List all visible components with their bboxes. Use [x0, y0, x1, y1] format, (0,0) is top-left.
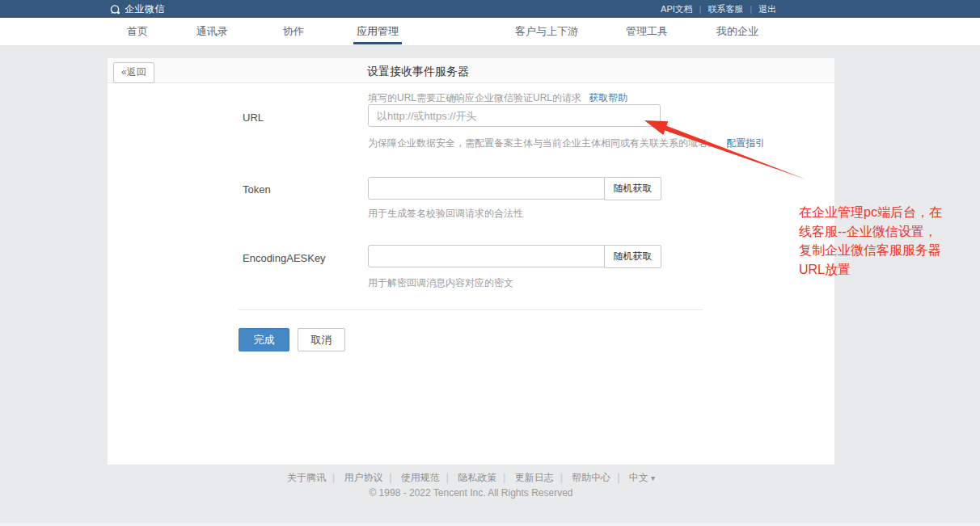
nav-item-my-company[interactable]: 我的企业 — [716, 18, 758, 46]
footer-links: 关于腾讯| 用户协议| 使用规范| 隐私政策| 更新日志| 帮助中心| 中文 ▾ — [108, 471, 834, 485]
footer-separator: | — [384, 472, 396, 483]
annotation-note: 在企业管理pc端后台，在 线客服--企业微信设置， 复制企业微信客服服务器 UR… — [799, 203, 973, 279]
annotation-arrow-icon — [631, 109, 817, 190]
main-nav: 首页 通讯录 协作 应用管理 客户与上下游 管理工具 我的企业 — [0, 18, 980, 46]
nav-item-contacts[interactable]: 通讯录 — [196, 18, 228, 46]
page-title: 设置接收事件服务器 — [367, 65, 469, 79]
form-divider — [239, 309, 703, 310]
nav-item-app-management[interactable]: 应用管理 — [357, 18, 399, 46]
footer-link-help-center[interactable]: 帮助中心 — [570, 472, 612, 483]
footer-separator: | — [327, 472, 340, 483]
copyright-text: © 1998 - 2022 Tencent Inc. All Rights Re… — [108, 487, 834, 499]
back-button[interactable]: «返回 — [113, 62, 154, 83]
aeskey-input[interactable] — [368, 245, 605, 267]
nav-item-home[interactable]: 首页 — [127, 18, 148, 46]
token-label: Token — [243, 183, 271, 196]
topbar-links: API文档 | 联系客服 | 退出 — [654, 3, 783, 15]
language-selector[interactable]: 中文 ▾ — [627, 472, 657, 483]
chat-bubble-icon — [109, 4, 121, 15]
caret-down-icon: ▾ — [651, 473, 655, 482]
wechat-work-logo[interactable]: 企业微信 — [109, 2, 165, 16]
topbar-link-contact-support[interactable]: 联系客服 — [701, 3, 750, 15]
nav-item-collaboration[interactable]: 协作 — [283, 18, 304, 46]
footer-link-about[interactable]: 关于腾讯 — [285, 472, 327, 483]
cancel-button[interactable]: 取消 — [298, 328, 345, 351]
language-label: 中文 — [629, 472, 648, 483]
footer-separator: | — [441, 472, 454, 483]
url-tip-above-text: 填写的URL需要正确响应企业微信验证URL的请求 — [368, 92, 581, 103]
annotation-line: 复制企业微信客服服务器 — [799, 241, 973, 260]
aeskey-random-button[interactable]: 随机获取 — [604, 245, 661, 268]
footer-separator: | — [498, 472, 510, 483]
annotation-line: 在企业管理pc端后台，在 — [799, 203, 973, 222]
token-tip: 用于生成签名校验回调请求的合法性 — [368, 207, 523, 221]
annotation-line: URL放置 — [799, 260, 973, 280]
footer: 关于腾讯| 用户协议| 使用规范| 隐私政策| 更新日志| 帮助中心| 中文 ▾… — [108, 471, 834, 499]
annotation-line: 线客服--企业微信设置， — [799, 222, 973, 242]
footer-link-privacy[interactable]: 隐私政策 — [456, 472, 498, 483]
url-tip-above: 填写的URL需要正确响应企业微信验证URL的请求 获取帮助 — [368, 91, 627, 105]
aeskey-label: EncodingAESKey — [243, 252, 326, 264]
url-label: URL — [243, 112, 264, 124]
topbar-link-logout[interactable]: 退出 — [752, 3, 783, 15]
bottom-strip — [0, 523, 980, 526]
logo-text: 企业微信 — [125, 2, 165, 16]
footer-separator: | — [612, 472, 624, 483]
card-header: «返回 设置接收事件服务器 — [108, 58, 834, 83]
url-input[interactable] — [368, 104, 661, 127]
footer-link-agreement[interactable]: 用户协议 — [342, 472, 384, 483]
footer-link-changelog[interactable]: 更新日志 — [513, 472, 555, 483]
nav-item-customers[interactable]: 客户与上下游 — [515, 18, 578, 46]
get-help-link[interactable]: 获取帮助 — [589, 92, 627, 103]
topbar-link-api-docs[interactable]: API文档 — [654, 3, 699, 15]
nav-item-admin-tools[interactable]: 管理工具 — [626, 18, 668, 46]
aeskey-tip: 用于解密回调消息内容对应的密文 — [368, 276, 513, 290]
top-bar: 企业微信 API文档 | 联系客服 | 退出 — [0, 0, 980, 18]
footer-link-rules[interactable]: 使用规范 — [399, 472, 441, 483]
token-input[interactable] — [368, 177, 605, 200]
footer-separator: | — [555, 472, 568, 483]
submit-button[interactable]: 完成 — [239, 328, 289, 351]
